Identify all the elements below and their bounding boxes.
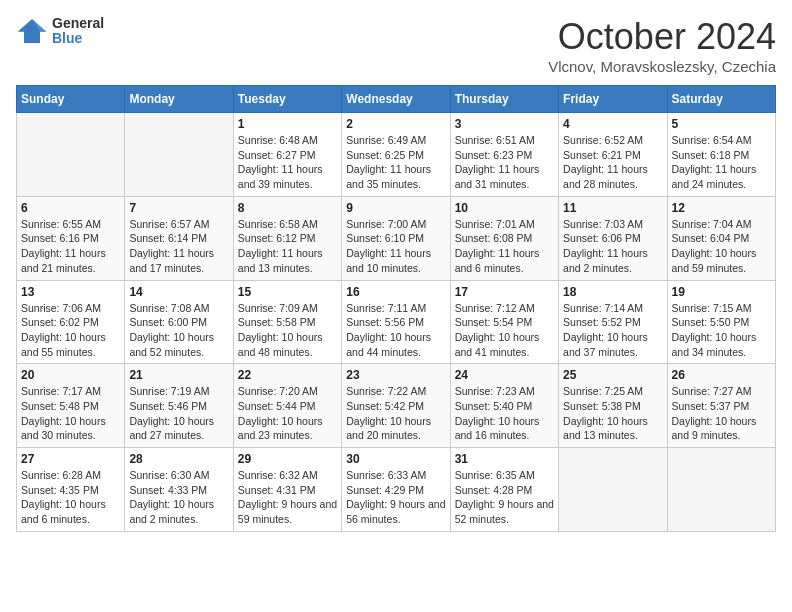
day-info: Sunrise: 6:58 AM Sunset: 6:12 PM Dayligh… <box>238 217 337 276</box>
calendar-cell: 22Sunrise: 7:20 AM Sunset: 5:44 PM Dayli… <box>233 364 341 448</box>
calendar-week-3: 13Sunrise: 7:06 AM Sunset: 6:02 PM Dayli… <box>17 280 776 364</box>
day-info: Sunrise: 6:51 AM Sunset: 6:23 PM Dayligh… <box>455 133 554 192</box>
calendar-cell: 25Sunrise: 7:25 AM Sunset: 5:38 PM Dayli… <box>559 364 667 448</box>
weekday-header-friday: Friday <box>559 86 667 113</box>
day-number: 31 <box>455 452 554 466</box>
calendar-cell: 23Sunrise: 7:22 AM Sunset: 5:42 PM Dayli… <box>342 364 450 448</box>
calendar-cell: 16Sunrise: 7:11 AM Sunset: 5:56 PM Dayli… <box>342 280 450 364</box>
calendar-cell: 11Sunrise: 7:03 AM Sunset: 6:06 PM Dayli… <box>559 196 667 280</box>
location-subtitle: Vlcnov, Moravskoslezsky, Czechia <box>548 58 776 75</box>
day-number: 2 <box>346 117 445 131</box>
day-number: 15 <box>238 285 337 299</box>
day-info: Sunrise: 7:09 AM Sunset: 5:58 PM Dayligh… <box>238 301 337 360</box>
day-info: Sunrise: 6:30 AM Sunset: 4:33 PM Dayligh… <box>129 468 228 527</box>
day-number: 21 <box>129 368 228 382</box>
day-number: 12 <box>672 201 771 215</box>
weekday-header-monday: Monday <box>125 86 233 113</box>
logo: General Blue <box>16 16 104 47</box>
calendar-cell <box>125 113 233 197</box>
weekday-header-tuesday: Tuesday <box>233 86 341 113</box>
day-info: Sunrise: 7:08 AM Sunset: 6:00 PM Dayligh… <box>129 301 228 360</box>
day-info: Sunrise: 6:35 AM Sunset: 4:28 PM Dayligh… <box>455 468 554 527</box>
calendar-week-4: 20Sunrise: 7:17 AM Sunset: 5:48 PM Dayli… <box>17 364 776 448</box>
day-number: 13 <box>21 285 120 299</box>
day-info: Sunrise: 7:14 AM Sunset: 5:52 PM Dayligh… <box>563 301 662 360</box>
day-info: Sunrise: 7:23 AM Sunset: 5:40 PM Dayligh… <box>455 384 554 443</box>
day-number: 19 <box>672 285 771 299</box>
day-number: 18 <box>563 285 662 299</box>
day-info: Sunrise: 6:48 AM Sunset: 6:27 PM Dayligh… <box>238 133 337 192</box>
calendar-cell: 4Sunrise: 6:52 AM Sunset: 6:21 PM Daylig… <box>559 113 667 197</box>
calendar-cell: 19Sunrise: 7:15 AM Sunset: 5:50 PM Dayli… <box>667 280 775 364</box>
calendar-cell: 20Sunrise: 7:17 AM Sunset: 5:48 PM Dayli… <box>17 364 125 448</box>
month-title: October 2024 <box>548 16 776 58</box>
calendar-cell: 27Sunrise: 6:28 AM Sunset: 4:35 PM Dayli… <box>17 448 125 532</box>
day-info: Sunrise: 7:27 AM Sunset: 5:37 PM Dayligh… <box>672 384 771 443</box>
day-info: Sunrise: 7:12 AM Sunset: 5:54 PM Dayligh… <box>455 301 554 360</box>
day-number: 30 <box>346 452 445 466</box>
day-info: Sunrise: 7:00 AM Sunset: 6:10 PM Dayligh… <box>346 217 445 276</box>
day-number: 14 <box>129 285 228 299</box>
day-number: 16 <box>346 285 445 299</box>
day-number: 29 <box>238 452 337 466</box>
calendar-cell: 21Sunrise: 7:19 AM Sunset: 5:46 PM Dayli… <box>125 364 233 448</box>
calendar-week-5: 27Sunrise: 6:28 AM Sunset: 4:35 PM Dayli… <box>17 448 776 532</box>
calendar-table: SundayMondayTuesdayWednesdayThursdayFrid… <box>16 85 776 532</box>
calendar-cell: 6Sunrise: 6:55 AM Sunset: 6:16 PM Daylig… <box>17 196 125 280</box>
day-number: 10 <box>455 201 554 215</box>
calendar-cell <box>17 113 125 197</box>
calendar-cell: 13Sunrise: 7:06 AM Sunset: 6:02 PM Dayli… <box>17 280 125 364</box>
calendar-cell: 1Sunrise: 6:48 AM Sunset: 6:27 PM Daylig… <box>233 113 341 197</box>
day-info: Sunrise: 7:03 AM Sunset: 6:06 PM Dayligh… <box>563 217 662 276</box>
calendar-cell <box>559 448 667 532</box>
day-number: 17 <box>455 285 554 299</box>
calendar-cell: 3Sunrise: 6:51 AM Sunset: 6:23 PM Daylig… <box>450 113 558 197</box>
day-info: Sunrise: 7:15 AM Sunset: 5:50 PM Dayligh… <box>672 301 771 360</box>
day-number: 22 <box>238 368 337 382</box>
calendar-cell: 2Sunrise: 6:49 AM Sunset: 6:25 PM Daylig… <box>342 113 450 197</box>
day-info: Sunrise: 7:06 AM Sunset: 6:02 PM Dayligh… <box>21 301 120 360</box>
day-number: 11 <box>563 201 662 215</box>
day-number: 5 <box>672 117 771 131</box>
day-info: Sunrise: 7:11 AM Sunset: 5:56 PM Dayligh… <box>346 301 445 360</box>
calendar-cell: 8Sunrise: 6:58 AM Sunset: 6:12 PM Daylig… <box>233 196 341 280</box>
calendar-cell: 30Sunrise: 6:33 AM Sunset: 4:29 PM Dayli… <box>342 448 450 532</box>
day-info: Sunrise: 7:22 AM Sunset: 5:42 PM Dayligh… <box>346 384 445 443</box>
calendar-week-1: 1Sunrise: 6:48 AM Sunset: 6:27 PM Daylig… <box>17 113 776 197</box>
logo-text: General Blue <box>52 16 104 47</box>
day-info: Sunrise: 6:52 AM Sunset: 6:21 PM Dayligh… <box>563 133 662 192</box>
day-number: 3 <box>455 117 554 131</box>
day-info: Sunrise: 6:57 AM Sunset: 6:14 PM Dayligh… <box>129 217 228 276</box>
weekday-header-wednesday: Wednesday <box>342 86 450 113</box>
calendar-week-2: 6Sunrise: 6:55 AM Sunset: 6:16 PM Daylig… <box>17 196 776 280</box>
day-number: 6 <box>21 201 120 215</box>
day-number: 7 <box>129 201 228 215</box>
day-info: Sunrise: 6:28 AM Sunset: 4:35 PM Dayligh… <box>21 468 120 527</box>
calendar-cell: 9Sunrise: 7:00 AM Sunset: 6:10 PM Daylig… <box>342 196 450 280</box>
calendar-cell: 28Sunrise: 6:30 AM Sunset: 4:33 PM Dayli… <box>125 448 233 532</box>
logo-general-label: General <box>52 16 104 31</box>
day-info: Sunrise: 7:19 AM Sunset: 5:46 PM Dayligh… <box>129 384 228 443</box>
day-number: 20 <box>21 368 120 382</box>
day-info: Sunrise: 7:04 AM Sunset: 6:04 PM Dayligh… <box>672 217 771 276</box>
calendar-cell: 31Sunrise: 6:35 AM Sunset: 4:28 PM Dayli… <box>450 448 558 532</box>
day-number: 25 <box>563 368 662 382</box>
day-info: Sunrise: 6:54 AM Sunset: 6:18 PM Dayligh… <box>672 133 771 192</box>
title-block: October 2024 Vlcnov, Moravskoslezsky, Cz… <box>548 16 776 75</box>
day-number: 9 <box>346 201 445 215</box>
weekday-header-saturday: Saturday <box>667 86 775 113</box>
day-number: 24 <box>455 368 554 382</box>
calendar-cell: 17Sunrise: 7:12 AM Sunset: 5:54 PM Dayli… <box>450 280 558 364</box>
day-info: Sunrise: 7:17 AM Sunset: 5:48 PM Dayligh… <box>21 384 120 443</box>
calendar-cell: 29Sunrise: 6:32 AM Sunset: 4:31 PM Dayli… <box>233 448 341 532</box>
weekday-header-thursday: Thursday <box>450 86 558 113</box>
day-info: Sunrise: 7:01 AM Sunset: 6:08 PM Dayligh… <box>455 217 554 276</box>
calendar-cell <box>667 448 775 532</box>
calendar-cell: 15Sunrise: 7:09 AM Sunset: 5:58 PM Dayli… <box>233 280 341 364</box>
calendar-cell: 26Sunrise: 7:27 AM Sunset: 5:37 PM Dayli… <box>667 364 775 448</box>
day-number: 28 <box>129 452 228 466</box>
day-info: Sunrise: 6:32 AM Sunset: 4:31 PM Dayligh… <box>238 468 337 527</box>
calendar-cell: 18Sunrise: 7:14 AM Sunset: 5:52 PM Dayli… <box>559 280 667 364</box>
day-number: 27 <box>21 452 120 466</box>
day-number: 4 <box>563 117 662 131</box>
